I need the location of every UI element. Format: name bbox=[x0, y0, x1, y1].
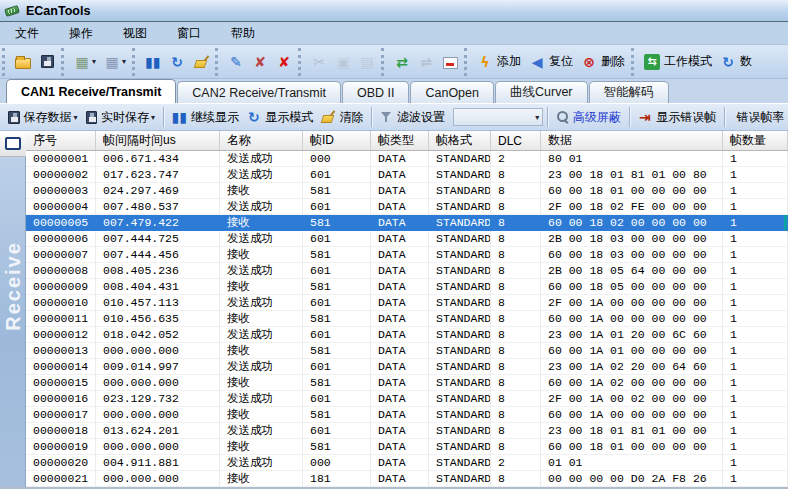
table-row[interactable]: 00000015000.000.000接收581DATASTANDARD860 … bbox=[26, 375, 788, 391]
chevron-down-icon[interactable]: ▾ bbox=[74, 113, 78, 122]
title-bar[interactable]: ECanTools bbox=[0, 0, 788, 22]
cut-button[interactable]: ✂ bbox=[307, 50, 331, 74]
show-error-frames-button[interactable]: ⇥显示错误帧 bbox=[634, 106, 720, 128]
continue-display-button[interactable]: ▮▮继续显示 bbox=[168, 106, 243, 128]
cell-DLC: 8 bbox=[491, 215, 541, 231]
open-button[interactable] bbox=[11, 50, 35, 74]
hide-panel-button[interactable] bbox=[438, 50, 462, 74]
table-row[interactable]: 00000001006.671.434发送成功000DATASTANDARD28… bbox=[26, 151, 788, 167]
error-frame-rate-button[interactable]: 错误帧率 bbox=[729, 106, 788, 128]
table-row[interactable]: 00000013000.000.000接收581DATASTANDARD860 … bbox=[26, 343, 788, 359]
tools-icon: ✘ bbox=[252, 54, 268, 70]
tools-button[interactable]: ✘ bbox=[248, 50, 272, 74]
menu-item-帮助[interactable]: 帮助 bbox=[216, 22, 270, 45]
table-area: 序号帧间隔时间us名称帧ID帧类型帧格式DLC数据帧数量 00000001006… bbox=[26, 131, 788, 487]
cell-DLC: 8 bbox=[491, 423, 541, 439]
menu-item-视图[interactable]: 视图 bbox=[108, 22, 162, 45]
table-row[interactable]: 00000003024.297.469接收581DATASTANDARD860 … bbox=[26, 183, 788, 199]
cell-名称: 发送成功 bbox=[220, 327, 303, 343]
menu-item-窗口[interactable]: 窗口 bbox=[162, 22, 216, 45]
delete-x-button[interactable]: ✘ bbox=[272, 50, 296, 74]
usb-button[interactable]: ⇌ bbox=[414, 50, 438, 74]
cell-帧数量: 1 bbox=[723, 167, 788, 183]
cell-帧间隔时间us: 000.000.000 bbox=[96, 375, 220, 391]
column-header-9[interactable]: 帧数量 bbox=[723, 131, 788, 150]
cell-帧数量: 1 bbox=[723, 247, 788, 263]
menu-item-文件[interactable]: 文件 bbox=[0, 22, 54, 45]
table-row[interactable]: 00000020004.911.881发送成功000DATASTANDARD20… bbox=[26, 455, 788, 471]
display-mode-button[interactable]: ↻显示模式 bbox=[243, 106, 318, 128]
advanced-mask-button[interactable]: 高级屏蔽 bbox=[552, 106, 625, 128]
cell-帧格式: STANDARD bbox=[429, 199, 491, 215]
edit-data-button[interactable]: ✎ bbox=[224, 50, 248, 74]
add-button[interactable]: ϟ添加 bbox=[473, 50, 525, 74]
column-header-1[interactable]: 序号 bbox=[26, 131, 96, 150]
table-row[interactable]: 00000009008.404.431接收581DATASTANDARD860 … bbox=[26, 279, 788, 295]
filter-combobox[interactable]: ▾ bbox=[453, 108, 543, 126]
cell-帧间隔时间us: 018.042.052 bbox=[96, 327, 220, 343]
disconnect-device-button[interactable]: ▦▾ bbox=[100, 50, 130, 74]
column-header-8[interactable]: 数据 bbox=[541, 131, 723, 150]
column-header-3[interactable]: 名称 bbox=[220, 131, 303, 150]
tab-can1-receive-transmit[interactable]: CAN1 Receive/Transmit bbox=[6, 79, 176, 103]
cell-帧间隔时间us: 000.000.000 bbox=[96, 343, 220, 359]
connect-device-button[interactable]: ▦▾ bbox=[70, 50, 100, 74]
cell-数据: 60 00 18 01 00 00 00 00 bbox=[541, 183, 723, 199]
filter-settings-button[interactable]: 滤波设置 bbox=[376, 106, 449, 128]
chevron-down-icon[interactable]: ▾ bbox=[151, 113, 155, 122]
receive-strip-label: Receive bbox=[1, 241, 24, 331]
table-row[interactable]: 00000018013.624.201发送成功601DATASTANDARD82… bbox=[26, 423, 788, 439]
table-row[interactable]: 00000012018.042.052发送成功601DATASTANDARD82… bbox=[26, 327, 788, 343]
refresh-button[interactable]: ↻ bbox=[165, 50, 189, 74]
paste-button[interactable]: ▤ bbox=[355, 50, 379, 74]
table-row[interactable]: 00000010010.457.113发送成功601DATASTANDARD82… bbox=[26, 295, 788, 311]
copy-button[interactable]: ▣ bbox=[331, 50, 355, 74]
pause-icon: ▮▮ bbox=[145, 54, 161, 70]
column-header-7[interactable]: DLC bbox=[491, 131, 541, 150]
table-row[interactable]: 00000005007.479.422接收581DATASTANDARD860 … bbox=[26, 215, 788, 231]
menu-item-操作[interactable]: 操作 bbox=[54, 22, 108, 45]
copy-icon: ▣ bbox=[335, 54, 351, 70]
table-row[interactable]: 00000008008.405.236发送成功601DATASTANDARD82… bbox=[26, 263, 788, 279]
table-row[interactable]: 00000006007.444.725发送成功601DATASTANDARD82… bbox=[26, 231, 788, 247]
save-button[interactable] bbox=[35, 50, 59, 74]
swap-button[interactable]: ⇄ bbox=[390, 50, 414, 74]
delete-button-label: 删除 bbox=[601, 53, 625, 70]
pause-button[interactable]: ▮▮ bbox=[141, 50, 165, 74]
tab-can2-receive-transmit[interactable]: CAN2 Receive/Transmit bbox=[177, 81, 341, 103]
chevron-down-icon[interactable]: ▾ bbox=[122, 57, 126, 66]
cell-数据: 2F 00 1A 00 00 00 00 00 bbox=[541, 295, 723, 311]
clean-button[interactable] bbox=[189, 50, 213, 74]
tab-canopen[interactable]: CanOpen bbox=[410, 81, 494, 103]
column-header-4[interactable]: 帧ID bbox=[303, 131, 371, 150]
table-row[interactable]: 00000007007.444.456接收581DATASTANDARD860 … bbox=[26, 247, 788, 263]
table-row[interactable]: 00000004007.480.537发送成功601DATASTANDARD82… bbox=[26, 199, 788, 215]
column-header-6[interactable]: 帧格式 bbox=[429, 131, 491, 150]
column-header-2[interactable]: 帧间隔时间us bbox=[96, 131, 220, 150]
reset-button[interactable]: ◀复位 bbox=[525, 50, 577, 74]
tab--[interactable]: 智能解码 bbox=[589, 81, 669, 103]
table-row[interactable]: 00000014009.014.997发送成功601DATASTANDARD82… bbox=[26, 359, 788, 375]
save-data-button[interactable]: 保存数据▾ bbox=[4, 106, 82, 128]
work-mode-button[interactable]: ⇆工作模式 bbox=[640, 50, 716, 74]
table-row[interactable]: 00000021000.000.000接收181DATASTANDARD800 … bbox=[26, 471, 788, 487]
table-row[interactable]: 00000019000.000.000接收581DATASTANDARD860 … bbox=[26, 439, 788, 455]
cell-帧ID: 601 bbox=[303, 295, 371, 311]
clear-button[interactable]: 清除 bbox=[317, 106, 367, 128]
chevron-down-icon[interactable]: ▾ bbox=[92, 57, 96, 66]
realtime-save-button[interactable]: 实时保存▾ bbox=[82, 106, 160, 128]
tab-obd-ii[interactable]: OBD II bbox=[342, 81, 410, 103]
table-row[interactable]: 00000011010.456.635接收581DATASTANDARD860 … bbox=[26, 311, 788, 327]
tab--curver[interactable]: 曲线Curver bbox=[495, 81, 588, 103]
table-row[interactable]: 00000002017.623.747发送成功601DATASTANDARD82… bbox=[26, 167, 788, 183]
delete-button[interactable]: ⊗删除 bbox=[577, 50, 629, 74]
chevron-down-icon[interactable]: ▾ bbox=[535, 113, 539, 122]
advanced-mask-button-label: 高级屏蔽 bbox=[573, 109, 621, 126]
cell-帧数量: 1 bbox=[723, 215, 788, 231]
table-row[interactable]: 00000016023.129.732发送成功601DATASTANDARD82… bbox=[26, 391, 788, 407]
save-data-button-label: 保存数据 bbox=[24, 109, 72, 126]
column-header-5[interactable]: 帧类型 bbox=[371, 131, 429, 150]
select-all-corner[interactable] bbox=[0, 131, 26, 157]
table-row[interactable]: 00000017000.000.000接收581DATASTANDARD860 … bbox=[26, 407, 788, 423]
data-flow-button[interactable]: ↻数 bbox=[716, 50, 756, 74]
